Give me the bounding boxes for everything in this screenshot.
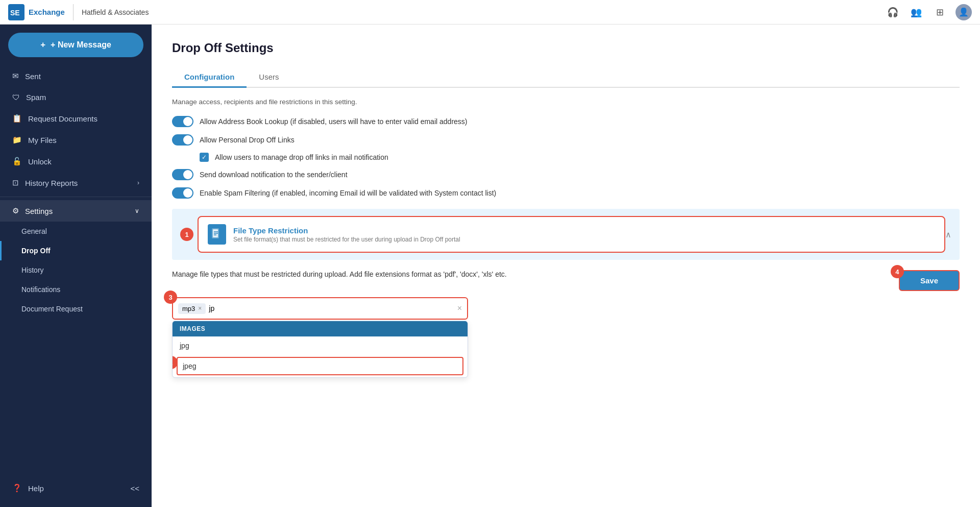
manage-text: Manage file types that must be restricte… bbox=[172, 270, 507, 278]
file-type-accordion[interactable]: 1 File Type Restriction Set file format(… bbox=[172, 209, 960, 260]
logo-text: Exchange bbox=[29, 8, 65, 16]
sidebar-subitem-drop-off[interactable]: Drop Off bbox=[0, 241, 152, 260]
settings-icon: ⚙ bbox=[12, 206, 19, 215]
unlock-icon: 🔓 bbox=[12, 157, 22, 166]
save-button[interactable]: Save bbox=[899, 270, 960, 291]
notifications-label: Notifications bbox=[21, 285, 60, 294]
config-description: Manage access, recipients and file restr… bbox=[172, 98, 960, 106]
dropdown-item-jpg[interactable]: jpg bbox=[173, 336, 468, 355]
plus-icon: + bbox=[40, 40, 45, 50]
tab-users[interactable]: Users bbox=[247, 67, 291, 88]
collapse-icon[interactable]: << bbox=[130, 484, 139, 493]
sidebar-item-settings[interactable]: ⚙ Settings ∨ bbox=[0, 200, 152, 222]
toggle-manage-links-checkbox[interactable] bbox=[200, 153, 209, 162]
toggle-address-book: Allow Address Book Lookup (if disabled, … bbox=[172, 116, 960, 127]
sidebar-subitem-notifications[interactable]: Notifications bbox=[0, 280, 152, 299]
chevron-right-icon: › bbox=[137, 179, 139, 186]
new-message-label: + New Message bbox=[51, 40, 111, 50]
sidebar-item-settings-label: Settings bbox=[25, 207, 53, 215]
sidebar-item-sent-label: Sent bbox=[25, 72, 41, 81]
sidebar-item-spam-label: Spam bbox=[26, 93, 46, 102]
toggle-personal-dropoff-label: Allow Personal Drop Off Links bbox=[200, 136, 295, 144]
toggle-personal-dropoff: Allow Personal Drop Off Links bbox=[172, 134, 960, 146]
file-type-icon bbox=[208, 224, 226, 245]
headphone-icon[interactable]: 🎧 bbox=[885, 5, 900, 20]
history-label: History bbox=[21, 266, 44, 274]
document-icon bbox=[212, 228, 222, 240]
sidebar-item-sent[interactable]: ✉ Sent bbox=[0, 65, 152, 87]
sidebar-subitem-document-request[interactable]: Document Request bbox=[0, 299, 152, 319]
sidebar-item-unlock[interactable]: 🔓 Unlock bbox=[0, 151, 152, 172]
sidebar-item-my-files-label: My Files bbox=[28, 136, 57, 144]
tab-configuration[interactable]: Configuration bbox=[172, 67, 247, 88]
toggle-personal-dropoff-switch[interactable] bbox=[172, 134, 193, 146]
main-layout: + + New Message ✉ Sent 🛡 Spam 📋 Request … bbox=[0, 25, 980, 507]
new-message-button[interactable]: + + New Message bbox=[8, 33, 143, 57]
svg-text:SE: SE bbox=[10, 9, 20, 17]
help-label: Help bbox=[28, 484, 44, 493]
tag-clear-button[interactable]: × bbox=[457, 304, 462, 313]
toggle-address-book-switch[interactable] bbox=[172, 116, 193, 127]
dropdown-item-jpeg[interactable]: jpeg bbox=[177, 357, 463, 375]
accordion-chevron-icon[interactable]: ∧ bbox=[945, 230, 951, 239]
drop-off-label: Drop Off bbox=[21, 247, 51, 255]
toggle-spam-filtering-switch[interactable] bbox=[172, 187, 193, 199]
file-type-card-title: File Type Restriction bbox=[233, 226, 460, 235]
toggle-address-book-label: Allow Address Book Lookup (if disabled, … bbox=[200, 117, 468, 126]
toggle-spam-filtering-label: Enable Spam Filtering (if enabled, incom… bbox=[200, 189, 496, 197]
file-type-card[interactable]: File Type Restriction Set file format(s)… bbox=[198, 216, 945, 253]
sidebar: + + New Message ✉ Sent 🛡 Spam 📋 Request … bbox=[0, 25, 152, 507]
sidebar-item-request-documents[interactable]: 📋 Request Documents bbox=[0, 108, 152, 129]
file-type-dropdown: IMAGES jpg 2 jpeg bbox=[172, 321, 468, 378]
help-item[interactable]: ❓ Help << bbox=[0, 477, 152, 499]
sidebar-item-history-reports[interactable]: ⊡ History Reports › bbox=[0, 172, 152, 194]
logo: SE Exchange bbox=[8, 4, 74, 20]
company-name: Hatfield & Associates bbox=[82, 8, 149, 16]
sidebar-subitem-general[interactable]: General bbox=[0, 222, 152, 241]
sidebar-item-spam[interactable]: 🛡 Spam bbox=[0, 87, 152, 108]
topnav-actions: 🎧 👥 ⊞ 👤 bbox=[885, 4, 972, 20]
avatar[interactable]: 👤 bbox=[955, 4, 972, 20]
toggle-download-notification: Send download notification to the sender… bbox=[172, 169, 960, 180]
document-request-label: Document Request bbox=[21, 305, 83, 313]
chevron-down-icon: ∨ bbox=[135, 207, 139, 214]
toggle-manage-links-label: Allow users to manage drop off links in … bbox=[215, 153, 388, 161]
tag-mp3-label: mp3 bbox=[182, 305, 195, 312]
sidebar-item-unlock-label: Unlock bbox=[28, 157, 52, 166]
general-label: General bbox=[21, 227, 47, 235]
sidebar-item-request-docs-label: Request Documents bbox=[28, 114, 97, 123]
tag-mp3: mp3 × bbox=[178, 303, 206, 314]
file-type-card-text: File Type Restriction Set file format(s)… bbox=[233, 226, 460, 243]
toggle-download-notification-switch[interactable] bbox=[172, 169, 193, 180]
dropdown-category: IMAGES bbox=[173, 321, 468, 336]
topnav: SE Exchange Hatfield & Associates 🎧 👥 ⊞ … bbox=[0, 0, 980, 25]
divider bbox=[0, 197, 152, 197]
step-4-badge: 4 bbox=[891, 265, 904, 278]
toggle-download-notification-label: Send download notification to the sender… bbox=[200, 171, 348, 179]
tag-input-field[interactable] bbox=[209, 304, 454, 312]
sidebar-item-my-files[interactable]: 📁 My Files bbox=[0, 129, 152, 151]
my-files-icon: 📁 bbox=[12, 135, 22, 144]
sidebar-subitem-history[interactable]: History bbox=[0, 260, 152, 280]
sidebar-item-history-reports-label: History Reports bbox=[25, 179, 78, 187]
page-title: Drop Off Settings bbox=[172, 41, 960, 55]
tabs: Configuration Users bbox=[172, 67, 960, 88]
step-1-badge: 1 bbox=[180, 228, 193, 241]
toggle-manage-links: Allow users to manage drop off links in … bbox=[200, 153, 960, 162]
tag-input-wrapper[interactable]: mp3 × × bbox=[172, 297, 468, 320]
grid-icon[interactable]: ⊞ bbox=[932, 5, 947, 20]
main-content: Drop Off Settings Configuration Users Ma… bbox=[152, 25, 980, 507]
spam-icon: 🛡 bbox=[12, 93, 20, 102]
exchange-logo-icon: SE bbox=[8, 4, 24, 20]
tag-mp3-remove[interactable]: × bbox=[198, 305, 202, 312]
step-3-badge: 3 bbox=[164, 291, 177, 304]
toggle-spam-filtering: Enable Spam Filtering (if enabled, incom… bbox=[172, 187, 960, 199]
file-type-card-description: Set file format(s) that must be restrict… bbox=[233, 236, 460, 243]
request-docs-icon: 📋 bbox=[12, 114, 22, 123]
users-icon[interactable]: 👥 bbox=[909, 5, 924, 20]
help-icon: ❓ bbox=[12, 484, 22, 493]
sent-icon: ✉ bbox=[12, 71, 19, 81]
history-reports-icon: ⊡ bbox=[12, 178, 19, 187]
